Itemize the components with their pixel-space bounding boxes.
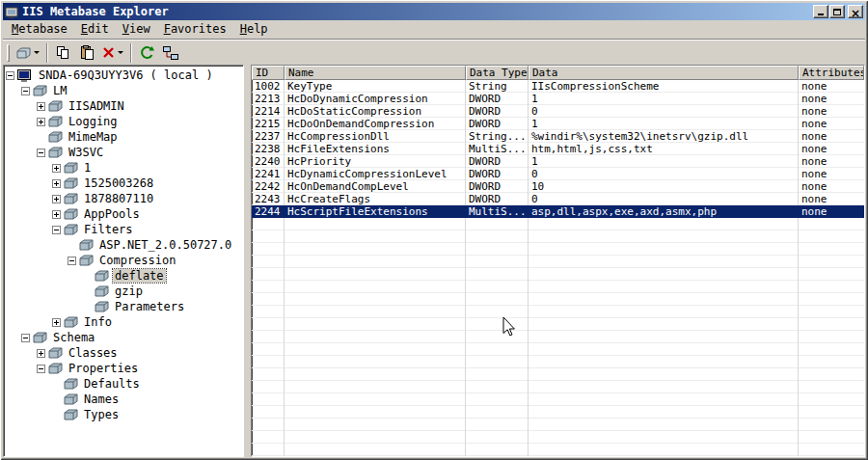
- copy-button[interactable]: [51, 42, 74, 64]
- cell-id: 2240: [252, 155, 285, 168]
- minus-expander-icon[interactable]: [52, 226, 61, 234]
- minimize-button[interactable]: [813, 5, 828, 18]
- title-bar[interactable]: IIS Metabase Explorer: [3, 3, 865, 20]
- dropdown-arrow-icon: [118, 51, 123, 54]
- cell-data: htm,html,js,css,txt: [529, 143, 799, 155]
- table-row[interactable]: 2238HcFileExtensionsMultiS...htm,html,js…: [252, 143, 864, 155]
- tree-item-schema[interactable]: Schema: [4, 330, 243, 345]
- cell-id: 2213: [252, 93, 285, 105]
- column-header-data[interactable]: Data: [529, 66, 799, 80]
- tree-item-defaults[interactable]: Defaults: [4, 376, 243, 392]
- tree-item-info[interactable]: Info: [4, 314, 243, 330]
- tree-item-label: Types: [82, 408, 121, 421]
- maximize-button[interactable]: [829, 5, 845, 18]
- new-key-button[interactable]: [14, 42, 42, 64]
- tree-item-1525003268[interactable]: 1525003268: [4, 176, 243, 191]
- table-row[interactable]: 2244HcScriptFileExtensionsMultiS...asp,d…: [252, 205, 864, 218]
- plus-expander-icon[interactable]: [52, 318, 61, 327]
- tree-item-lm[interactable]: LM: [4, 83, 243, 98]
- plus-expander-icon[interactable]: [37, 349, 45, 358]
- tree-item-label: LM: [51, 84, 68, 97]
- table-row[interactable]: 2241HcDynamicCompressionLevelDWORD0none: [252, 168, 864, 180]
- tree-item-names[interactable]: Names: [4, 392, 243, 407]
- table-row[interactable]: 2237HcCompressionDllString...%windir%\sy…: [252, 130, 864, 143]
- tree-item-logging[interactable]: Logging: [4, 114, 243, 129]
- key-icon: [33, 332, 47, 343]
- table-row[interactable]: 2214HcDoStaticCompressionDWORD0none: [252, 105, 864, 118]
- tree-item-label: Info: [82, 315, 114, 329]
- table-body: 1002KeyTypeStringIIsCompressionSchemenon…: [252, 80, 864, 456]
- minus-expander-icon[interactable]: [37, 365, 45, 373]
- delete-button[interactable]: [99, 42, 126, 64]
- tree-item-1878807110[interactable]: 1878807110: [4, 191, 243, 206]
- table-row[interactable]: 2240HcPriorityDWORD1none: [252, 155, 864, 168]
- column-header-name[interactable]: Name: [285, 66, 466, 80]
- column-header-type[interactable]: Data Type: [466, 66, 529, 80]
- plus-expander-icon[interactable]: [52, 195, 61, 203]
- tree-item-deflate[interactable]: deflate: [4, 268, 243, 284]
- plus-expander-icon[interactable]: [37, 118, 45, 126]
- tree-item-iisadmin[interactable]: IISADMIN: [4, 98, 243, 114]
- table-row[interactable]: 1002KeyTypeStringIIsCompressionSchemenon…: [252, 80, 864, 93]
- maximize-icon: [833, 9, 841, 15]
- cell-type: DWORD: [466, 155, 529, 168]
- tree-item-label: Parameters: [113, 300, 186, 313]
- plus-expander-icon[interactable]: [37, 102, 45, 111]
- table-row[interactable]: 2242HcOnDemandCompLevelDWORD10none: [252, 180, 864, 193]
- column-header-attributes[interactable]: Attributes: [799, 66, 864, 80]
- plus-expander-icon[interactable]: [52, 164, 61, 173]
- table-row[interactable]: 2213HcDoDynamicCompressionDWORD1none: [252, 93, 864, 105]
- key-icon: [48, 363, 63, 374]
- close-button[interactable]: [848, 5, 863, 18]
- tree-item-gzip[interactable]: gzip: [4, 284, 243, 299]
- minus-expander-icon[interactable]: [6, 71, 14, 80]
- cell-name: KeyType: [285, 80, 466, 93]
- minus-expander-icon[interactable]: [37, 149, 45, 157]
- tree-item-compression[interactable]: Compression: [4, 253, 243, 268]
- tree-item-parameters[interactable]: Parameters: [4, 299, 243, 314]
- refresh-button[interactable]: [135, 42, 158, 64]
- table-row[interactable]: 2215HcDoOnDemandCompressionDWORD1none: [252, 118, 864, 130]
- key-icon: [48, 116, 63, 127]
- key-icon: [64, 208, 78, 220]
- table-row[interactable]: 2243HcCreateFlagsDWORD0none: [252, 193, 864, 205]
- tree-item-apppools[interactable]: AppPools: [4, 206, 243, 222]
- menu-item-metabase[interactable]: Metabase: [5, 20, 74, 39]
- tree-item-snda-69q3uyy3v6-local[interactable]: SNDA-69Q3UYY3V6 ( local ): [4, 68, 243, 83]
- menu-item-help[interactable]: Help: [233, 20, 275, 39]
- tree-item-label: 1525003268: [82, 176, 155, 190]
- menu-item-view[interactable]: View: [116, 20, 157, 39]
- menu-item-favorites[interactable]: Favorites: [157, 20, 233, 39]
- tree-item-1[interactable]: 1: [4, 160, 243, 176]
- cell-attributes: none: [799, 168, 864, 180]
- tree-item-mimemap[interactable]: MimeMap: [4, 129, 243, 145]
- column-header-id[interactable]: ID: [252, 66, 285, 80]
- cell-data: 0: [529, 168, 799, 180]
- plus-expander-icon[interactable]: [52, 210, 61, 219]
- minus-expander-icon[interactable]: [68, 257, 76, 265]
- tree-item-properties[interactable]: Properties: [4, 361, 243, 376]
- toolbar-separator: [130, 43, 132, 63]
- minus-expander-icon[interactable]: [21, 334, 30, 342]
- tree-item-w3svc[interactable]: W3SVC: [4, 145, 243, 160]
- menu-item-edit[interactable]: Edit: [74, 20, 116, 39]
- key-icon: [64, 378, 78, 390]
- cell-type: DWORD: [466, 118, 529, 130]
- toolbar: [3, 40, 865, 65]
- tree-item-types[interactable]: Types: [4, 407, 243, 422]
- minus-expander-icon[interactable]: [21, 87, 30, 95]
- plus-expander-icon[interactable]: [52, 179, 61, 188]
- tree-item-filters[interactable]: Filters: [4, 222, 243, 237]
- paste-button[interactable]: [75, 42, 98, 64]
- tree-item-asp-net-2-0-50727-0[interactable]: ASP.NET_2.0.50727.0: [4, 237, 243, 253]
- minimize-icon: [818, 14, 824, 15]
- tree-item-classes[interactable]: Classes: [4, 345, 243, 361]
- toolbar-grip[interactable]: [7, 44, 10, 62]
- cell-type: MultiS...: [466, 143, 529, 155]
- panel-splitter[interactable]: [244, 65, 251, 457]
- connect-button[interactable]: [159, 42, 182, 64]
- cell-id: 1002: [252, 80, 285, 93]
- cell-attributes: none: [799, 180, 864, 193]
- tree-item-label: ASP.NET_2.0.50727.0: [97, 238, 233, 252]
- cell-name: HcPriority: [285, 155, 466, 168]
